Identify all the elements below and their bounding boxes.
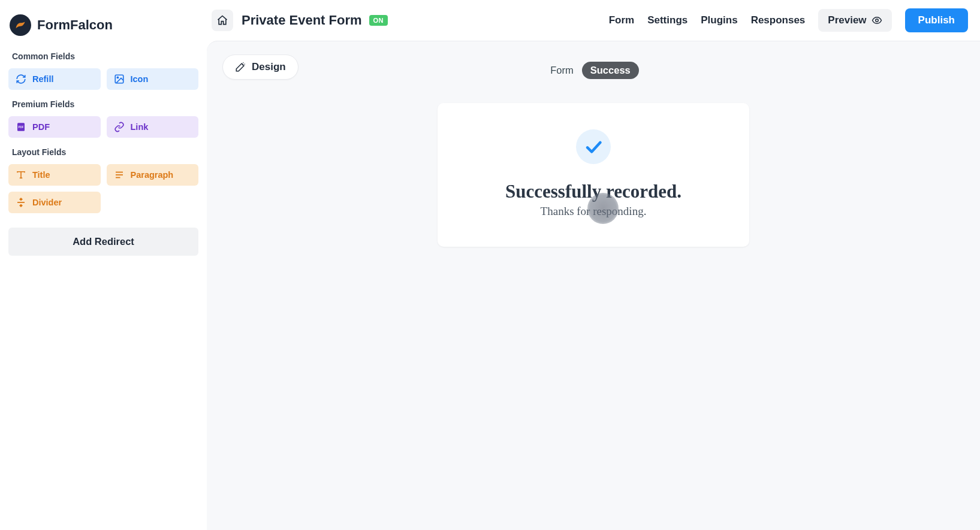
field-divider[interactable]: Divider — [8, 192, 101, 213]
success-card[interactable]: Successfully recorded. Thanks for respon… — [438, 103, 749, 247]
mode-tabs: Form Success — [222, 62, 964, 79]
link-icon — [114, 122, 125, 132]
field-title[interactable]: Title — [8, 164, 101, 186]
brand[interactable]: FormFalcon — [10, 14, 198, 36]
check-icon — [576, 129, 611, 164]
design-label: Design — [252, 61, 286, 73]
svg-point-8 — [875, 19, 878, 22]
svg-text:PDF: PDF — [19, 126, 24, 129]
section-label-common: Common Fields — [12, 52, 198, 61]
field-label: Icon — [131, 74, 149, 84]
type-icon — [16, 169, 26, 180]
publish-button[interactable]: Publish — [905, 8, 968, 32]
brand-name: FormFalcon — [37, 17, 113, 33]
field-label: PDF — [32, 122, 50, 132]
success-subtitle: Thanks for responding. — [454, 205, 732, 218]
svg-point-1 — [117, 77, 118, 78]
paragraph-icon — [114, 169, 125, 180]
canvas: Design Form Success Successfully recorde… — [207, 41, 980, 530]
field-icon[interactable]: Icon — [107, 68, 199, 90]
section-label-layout: Layout Fields — [12, 147, 198, 157]
add-redirect-button[interactable]: Add Redirect — [8, 228, 198, 256]
pdf-icon: PDF — [16, 122, 26, 132]
field-label: Title — [32, 170, 50, 180]
field-label: Refill — [32, 74, 53, 84]
topbar: Private Event Form ON Form Settings Plug… — [207, 0, 980, 41]
home-button[interactable] — [212, 10, 233, 31]
nav-settings[interactable]: Settings — [647, 14, 687, 26]
nav-responses[interactable]: Responses — [751, 14, 806, 26]
field-refill[interactable]: Refill — [8, 68, 101, 90]
nav-form[interactable]: Form — [609, 14, 635, 26]
success-title: Successfully recorded. — [454, 181, 732, 202]
image-icon — [114, 74, 125, 84]
wand-icon — [235, 62, 246, 72]
field-paragraph[interactable]: Paragraph — [107, 164, 199, 186]
section-label-premium: Premium Fields — [12, 99, 198, 109]
design-button[interactable]: Design — [222, 54, 298, 80]
field-label: Divider — [32, 198, 62, 207]
sidebar: FormFalcon Common Fields Refill Icon Pre… — [0, 0, 207, 530]
mode-tab-form[interactable]: Form — [548, 62, 576, 78]
mode-tab-success[interactable]: Success — [582, 62, 639, 79]
main: Private Event Form ON Form Settings Plug… — [207, 0, 980, 530]
field-label: Link — [131, 122, 149, 132]
divider-icon — [16, 197, 26, 208]
field-link[interactable]: Link — [107, 116, 199, 138]
preview-label: Preview — [828, 14, 866, 26]
field-label: Paragraph — [131, 170, 174, 180]
field-pdf[interactable]: PDF PDF — [8, 116, 101, 138]
preview-button[interactable]: Preview — [818, 9, 891, 32]
status-badge: ON — [369, 15, 388, 26]
eye-icon — [872, 15, 882, 26]
page-title: Private Event Form — [242, 13, 362, 28]
refresh-icon — [16, 74, 26, 84]
nav-plugins[interactable]: Plugins — [701, 14, 737, 26]
home-icon — [216, 14, 228, 26]
brand-logo-icon — [10, 14, 31, 36]
